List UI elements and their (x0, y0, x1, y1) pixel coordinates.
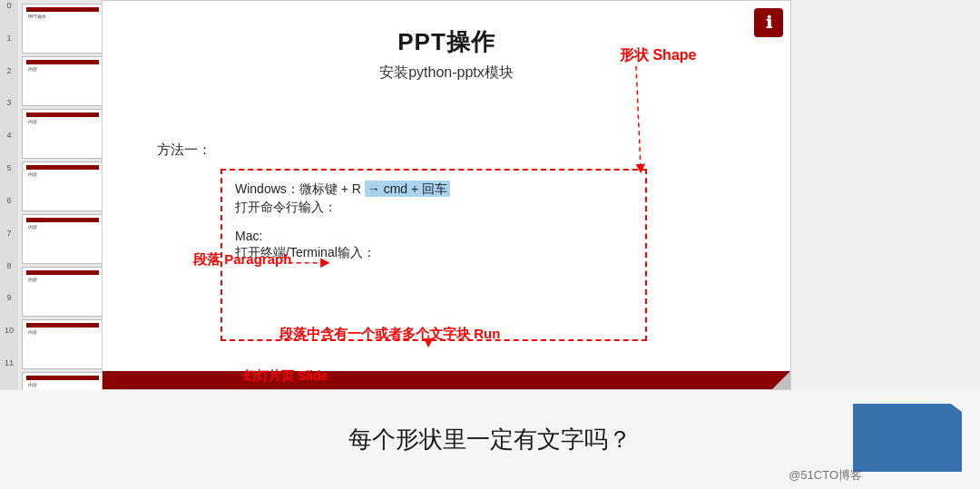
shape-line2: 打开命令行输入： (235, 200, 632, 216)
shape-line3: Mac: (235, 229, 632, 243)
ruler-7: 7 (0, 228, 18, 260)
ruler-4: 4 (0, 130, 18, 162)
annotation-slide: 幻灯片页 Slide (243, 368, 328, 385)
ruler-6: 6 (0, 195, 18, 228)
logo-text: ℹ (766, 13, 772, 33)
slide-thumb-0[interactable]: PPT操作 (22, 4, 103, 54)
annotation-shape: 形状 Shape (620, 46, 696, 65)
ruler-left: 0 1 2 3 4 5 6 7 8 9 10 11 (0, 0, 18, 390)
logo-box: ℹ (754, 8, 783, 37)
annotation-paragraph: 段落 Paragraph (193, 251, 291, 269)
slide-thumb-4[interactable]: 内容 (22, 214, 103, 264)
slide-thumb-3[interactable]: 内容 (22, 161, 103, 211)
main-slide-area: ℹ PPT操作 安装python-pptx模块 方法一： Windows：微标键… (102, 0, 791, 390)
shape-line1: Windows：微标键 + R → cmd + 回车 (235, 181, 632, 198)
ruler-9: 9 (0, 292, 18, 325)
watermark: @51CTO博客 (789, 467, 862, 484)
slide-thumb-5[interactable]: 内容 (22, 267, 103, 317)
slide-thumb-7[interactable]: 内容 (22, 372, 103, 390)
slide-content: ℹ PPT操作 安装python-pptx模块 方法一： Windows：微标键… (103, 1, 790, 389)
ruler-11: 11 (0, 357, 18, 390)
ruler-2: 2 (0, 65, 18, 98)
slide-thumb-1[interactable]: 内容 (22, 56, 103, 106)
ruler-3: 3 (0, 97, 18, 130)
bottom-question: 每个形状里一定有文字吗？ (348, 424, 632, 455)
method-label: 方法一： (157, 142, 211, 159)
annotation-run: 段落中含有一个或者多个文字块 Run (279, 326, 500, 343)
slide-thumb-2[interactable]: 内容 (22, 109, 103, 159)
blue-shape-right (853, 404, 962, 472)
shape-highlight: → cmd + 回车 (365, 181, 450, 197)
slide-thumb-6[interactable]: 内容 (22, 319, 103, 369)
shape-line4: 打开终端/Terminal输入： (235, 245, 632, 261)
ruler-0: 0 (0, 0, 18, 33)
bottom-bar-accent (772, 371, 790, 389)
ruler-5: 5 (0, 162, 18, 195)
ruler-10: 10 (0, 325, 18, 357)
ruler-8: 8 (0, 260, 18, 293)
slide-subtitle: 安装python-pptx模块 (103, 64, 790, 83)
ruler-1: 1 (0, 33, 18, 65)
bottom-bar (103, 371, 790, 389)
